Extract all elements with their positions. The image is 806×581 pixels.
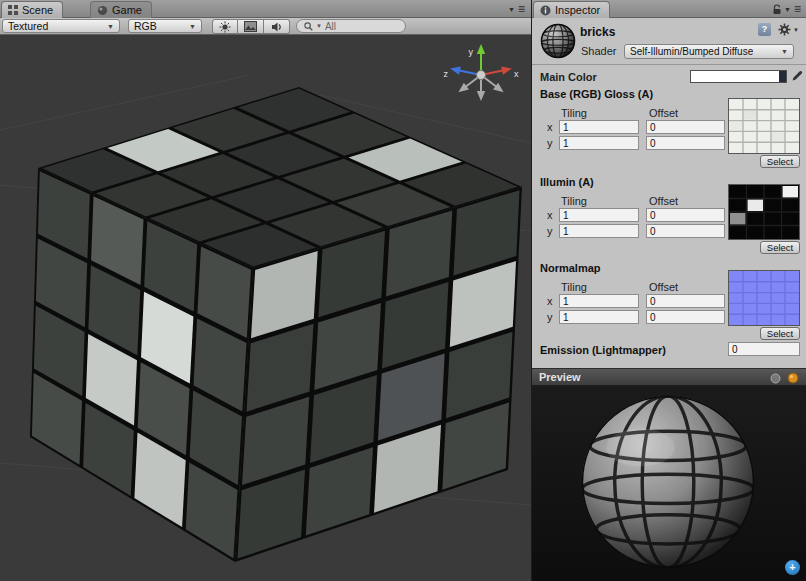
tiling-y-input[interactable]: [559, 136, 639, 150]
inspector-pane-menu[interactable]: ▼ ≡: [784, 2, 801, 16]
material-sphere-thumbnail[interactable]: [539, 22, 577, 60]
sun-icon: [219, 21, 231, 33]
material-name: bricks: [580, 25, 615, 39]
tiling-x-input[interactable]: [559, 120, 639, 134]
search-input[interactable]: [325, 21, 389, 32]
select-texture-button[interactable]: Select: [760, 155, 800, 168]
help-button[interactable]: ?: [758, 23, 771, 36]
scene-panel: Scene Game ▼ ≡ Textured ▼ RGB ▼: [0, 0, 531, 581]
texture-block-label: Illumin (A): [540, 176, 594, 188]
search-filter-arrow-icon: ▼: [316, 23, 322, 29]
tab-game-label: Game: [112, 4, 142, 16]
tiling-header: Tiling: [561, 107, 587, 119]
gear-icon: [778, 23, 791, 36]
eyedropper-icon: [791, 69, 804, 82]
svg-text:z: z: [444, 69, 449, 79]
render-mode-value: RGB: [134, 20, 157, 32]
shader-dropdown[interactable]: Self-Illumin/Bumped Diffuse ▼: [624, 44, 794, 59]
scene-search[interactable]: ▼: [296, 19, 406, 33]
search-icon: [304, 22, 313, 31]
preview-add-button[interactable]: +: [785, 560, 800, 575]
pane-dropdown-icon: ▼: [508, 6, 515, 13]
scene-toolbar: Textured ▼ RGB ▼: [0, 18, 531, 35]
tiling-x-input[interactable]: [559, 294, 639, 308]
inspector-info-icon: [540, 5, 551, 16]
offset-x-input[interactable]: [646, 120, 725, 134]
emission-input[interactable]: [728, 342, 800, 356]
preview-light-toggle-icon[interactable]: [787, 372, 799, 384]
audio-icon: [271, 21, 283, 33]
help-icon: ?: [758, 23, 771, 36]
scene-viewport[interactable]: yxz: [0, 35, 531, 581]
y-row-label: y: [547, 137, 553, 149]
offset-y-input[interactable]: [646, 310, 725, 324]
preview-title: Preview: [539, 371, 581, 383]
tiling-x-input[interactable]: [559, 208, 639, 222]
offset-x-input[interactable]: [646, 294, 725, 308]
render-mode-dropdown[interactable]: RGB ▼: [128, 19, 202, 33]
overlay-toggle-button[interactable]: [238, 19, 264, 34]
y-row-label: y: [547, 225, 553, 237]
preview-area[interactable]: +: [532, 386, 806, 581]
texture-block-label: Base (RGB) Gloss (A): [540, 88, 653, 100]
tab-scene-label: Scene: [22, 4, 53, 16]
lock-button[interactable]: [772, 4, 782, 15]
preview-header[interactable]: Preview: [532, 368, 806, 386]
offset-y-input[interactable]: [646, 136, 725, 150]
scene-tabbar: Scene Game ▼ ≡: [0, 0, 531, 18]
draw-mode-dropdown[interactable]: Textured ▼: [2, 19, 120, 33]
chevron-down-icon: ▼: [183, 23, 196, 30]
offset-header: Offset: [649, 195, 678, 207]
lighting-toggle-button[interactable]: [212, 19, 238, 34]
x-row-label: x: [547, 121, 553, 133]
inspector-panel: Inspector ▼ ≡ bricks Shader Self-Illumin: [531, 0, 806, 581]
inspector-body: bricks Shader Self-Illumin/Bumped Diffus…: [532, 18, 806, 368]
inspector-tabbar: Inspector ▼ ≡: [532, 0, 806, 18]
tab-inspector-label: Inspector: [555, 4, 600, 16]
illumin-texture-thumbnail[interactable]: [728, 184, 800, 240]
offset-x-input[interactable]: [646, 208, 725, 222]
chevron-down-icon: ▼: [101, 23, 114, 30]
image-icon: [244, 21, 257, 32]
main-color-label: Main Color: [540, 71, 597, 83]
tiling-y-input[interactable]: [559, 310, 639, 324]
chevron-down-icon: ▼: [793, 27, 799, 33]
chevron-down-icon: ▼: [775, 48, 788, 55]
shader-value: Self-Illumin/Bumped Diffuse: [630, 46, 753, 57]
material-preview-sphere: [532, 386, 806, 581]
unity-editor-window: Scene Game ▼ ≡ Textured ▼ RGB ▼: [0, 0, 806, 581]
audio-toggle-button[interactable]: [264, 19, 290, 34]
select-texture-button[interactable]: Select: [760, 327, 800, 340]
y-row-label: y: [547, 311, 553, 323]
svg-text:x: x: [514, 69, 519, 79]
x-row-label: x: [547, 295, 553, 307]
scene-pane-menu[interactable]: ▼ ≡: [508, 2, 525, 16]
material-header: bricks Shader Self-Illumin/Bumped Diffus…: [532, 18, 806, 65]
offset-y-input[interactable]: [646, 224, 725, 238]
tab-scene[interactable]: Scene: [1, 1, 63, 18]
tiling-y-input[interactable]: [559, 224, 639, 238]
tab-inspector[interactable]: Inspector: [533, 1, 610, 18]
normalmap-texture-thumbnail[interactable]: [728, 270, 800, 326]
color-picker-strip: [779, 71, 786, 82]
game-icon: [97, 5, 108, 16]
main-color-swatch[interactable]: [690, 70, 787, 83]
lock-icon: [772, 4, 782, 15]
pane-dropdown-icon: ▼: [784, 6, 791, 13]
select-texture-button[interactable]: Select: [760, 241, 800, 254]
texture-block-label: Normalmap: [540, 262, 601, 274]
svg-text:y: y: [469, 47, 474, 57]
pane-menu-icon: ≡: [518, 2, 525, 16]
draw-mode-value: Textured: [8, 20, 48, 32]
eyedropper-button[interactable]: [791, 69, 804, 82]
x-row-label: x: [547, 209, 553, 221]
tab-game[interactable]: Game: [90, 1, 152, 18]
scene-3d-view[interactable]: yxz: [0, 35, 531, 581]
pane-menu-icon: ≡: [794, 2, 801, 16]
tiling-header: Tiling: [561, 195, 587, 207]
preview-sphere-icon[interactable]: [770, 373, 781, 384]
offset-header: Offset: [649, 281, 678, 293]
base-texture-thumbnail[interactable]: [728, 98, 800, 154]
context-gear-button[interactable]: ▼: [778, 23, 799, 36]
offset-header: Offset: [649, 107, 678, 119]
